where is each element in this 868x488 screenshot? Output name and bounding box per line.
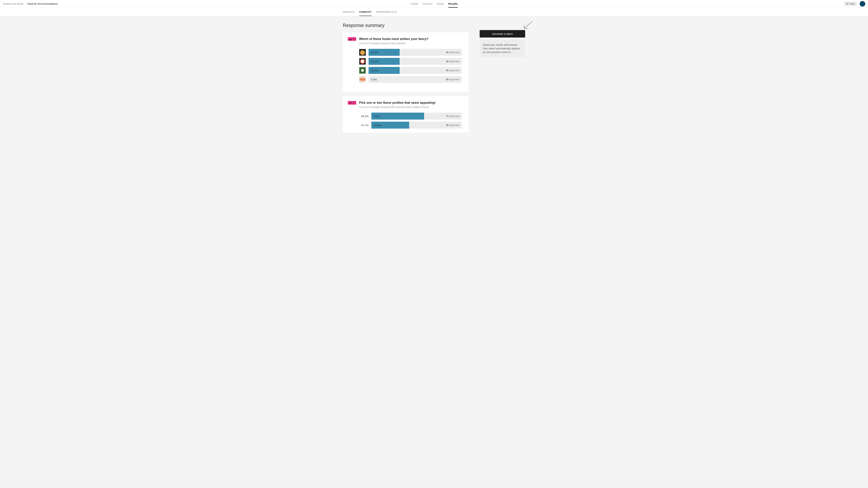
subtab-responses[interactable]: Responses [13] xyxy=(376,8,397,16)
answer-bar: Fresh 7 responses xyxy=(371,113,462,120)
question-number-1: 1 xyxy=(353,38,354,40)
top-nav: Create Connect Share Results xyxy=(410,0,458,7)
answer-count: 7 responses xyxy=(446,115,460,117)
answer-row: 33.3% 4 responses xyxy=(359,49,462,56)
generate-report-button[interactable]: Generate a report xyxy=(479,30,525,37)
breadcrumb-folder[interactable]: Product rec forms xyxy=(3,2,23,5)
question-number-2: 2 xyxy=(353,102,354,104)
picture-choice-icon xyxy=(349,38,352,40)
answer-thumbnail[interactable] xyxy=(359,58,366,65)
tab-share[interactable]: Share xyxy=(437,0,444,7)
answer-row: 0.0% 0 responses xyxy=(359,76,462,83)
question-meta-1: 12 out of 13 people answered this questi… xyxy=(359,42,462,45)
question-title-2: Pick one or two flavor profiles that see… xyxy=(359,101,436,105)
question-card-1: 1 Which of these foods most strikes your… xyxy=(343,32,469,92)
question-badge-2: 2 xyxy=(348,101,356,105)
subtab-summary[interactable]: Summary xyxy=(359,8,372,16)
topbar-right: View xyxy=(844,1,865,7)
arrow-annotation xyxy=(521,20,533,32)
answer-label: Fresh xyxy=(374,115,380,118)
answer-label: Herbal xyxy=(374,124,381,127)
answer-row: 33.3% 4 responses xyxy=(359,58,462,65)
answer-row: 41.7% Herbal 5 responses xyxy=(359,122,462,128)
multiple-choice-icon xyxy=(349,102,352,104)
arrow-icon xyxy=(521,20,533,31)
breadcrumb-separator: / xyxy=(25,2,26,5)
main-column: Response summary 1 Which of these foods … xyxy=(343,23,469,137)
question-title-1: Which of these foods most strikes your f… xyxy=(359,37,429,41)
svg-point-2 xyxy=(351,38,351,39)
topbar: Product rec forms / Meal kit recommendat… xyxy=(0,0,868,8)
answer-count: 4 responses xyxy=(446,69,460,72)
breadcrumb: Product rec forms / Meal kit recommendat… xyxy=(3,2,58,5)
answer-count: 4 responses xyxy=(446,51,460,54)
answer-percent: 33.3% xyxy=(371,69,378,72)
answer-bar: Herbal 5 responses xyxy=(371,122,462,128)
question-badge-1: 1 xyxy=(348,37,356,41)
view-button-label: View xyxy=(849,2,855,5)
answer-bar: 33.3% 4 responses xyxy=(369,67,462,74)
answer-row: 33.3% 4 responses xyxy=(359,67,462,74)
answer-thumbnail[interactable] xyxy=(359,49,366,56)
answer-bar: 33.3% 4 responses xyxy=(369,49,462,56)
answer-percent: 41.7% xyxy=(359,124,369,127)
external-link-icon xyxy=(846,2,848,5)
answer-count: 4 responses xyxy=(446,60,460,63)
answer-count: 0 responses xyxy=(446,78,460,81)
subtab-insights[interactable]: Insights xyxy=(343,8,355,16)
answer-percent: 33.3% xyxy=(371,60,378,63)
question-card-2: 2 Pick one or two flavor profiles that s… xyxy=(343,96,469,133)
page-body: Response summary 1 Which of these foods … xyxy=(0,16,868,488)
answer-thumbnail[interactable] xyxy=(359,76,366,83)
tab-results[interactable]: Results xyxy=(448,0,458,7)
answer-bar: 0.0% 0 responses xyxy=(369,76,462,83)
answer-percent: 0.0% xyxy=(371,78,377,81)
answer-count: 5 responses xyxy=(446,124,460,126)
answer-thumbnail[interactable] xyxy=(359,67,366,74)
answer-bar: 33.3% 4 responses xyxy=(369,58,462,65)
avatar[interactable] xyxy=(860,1,865,7)
breadcrumb-title[interactable]: Meal kit recommendations xyxy=(28,2,58,5)
answer-percent: 58.3% xyxy=(359,115,369,118)
svg-line-0 xyxy=(847,3,848,4)
view-button[interactable]: View xyxy=(844,1,857,6)
subnav-bar: Insights Summary Responses [13] xyxy=(0,8,868,16)
side-column: Generate a report Share your results wit… xyxy=(479,23,525,57)
page-title: Response summary xyxy=(343,23,469,28)
side-info-text: Share your results with anyone. Your rep… xyxy=(479,40,525,57)
answer-percent: 33.3% xyxy=(371,51,378,54)
tab-connect[interactable]: Connect xyxy=(423,0,432,7)
answer-row: 58.3% Fresh 7 responses xyxy=(359,113,462,120)
question-meta-2: 12 out of 13 people answered this questi… xyxy=(359,106,462,109)
svg-marker-1 xyxy=(349,39,352,40)
tab-create[interactable]: Create xyxy=(410,0,418,7)
